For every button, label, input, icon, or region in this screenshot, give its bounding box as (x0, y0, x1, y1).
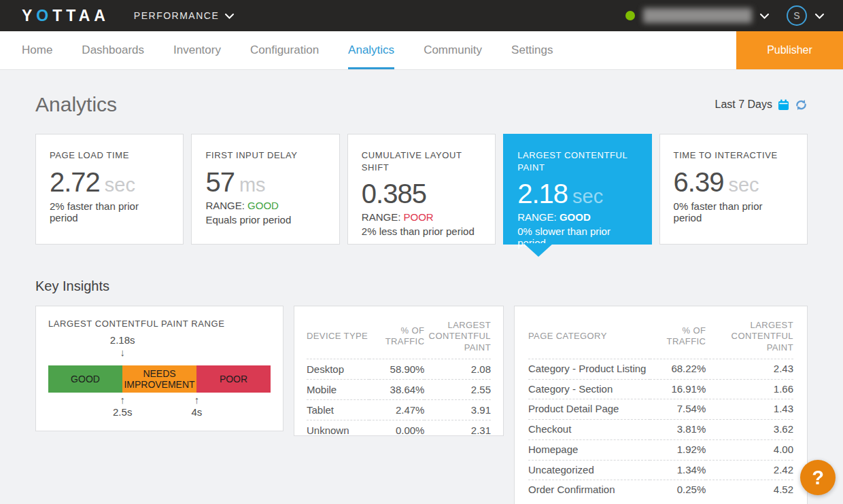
lcp-range-bar: GOOD NEEDS IMPROVEMENT POOR (48, 365, 271, 393)
chevron-down-icon (225, 10, 234, 21)
range-value: GOOD (560, 211, 591, 223)
cell-traffic: 3.81% (650, 420, 706, 440)
range-value: POOR (403, 211, 433, 223)
table-header-row: Device Type % of Traffic Largest Content… (307, 317, 491, 359)
nav-item-community[interactable]: Community (424, 31, 482, 69)
lcp-range-title: LARGEST CONTENTFUL PAINT RANGE (48, 319, 271, 329)
metric-unit: sec (572, 185, 603, 208)
chevron-down-icon[interactable] (760, 10, 769, 22)
nav-item-inventory[interactable]: Inventory (173, 31, 221, 69)
table-row: Unknown 0.00% 2.31 (307, 420, 491, 440)
cell-traffic: 68.22% (650, 359, 706, 379)
avatar[interactable]: S (787, 5, 807, 26)
cell-traffic: 16.91% (650, 379, 706, 399)
device-type-table: Device Type % of Traffic Largest Content… (307, 317, 491, 440)
column-header-traffic: % of Traffic (650, 317, 706, 359)
nav-item-configuration[interactable]: Configuration (250, 31, 319, 69)
threshold-label: 2.5s (113, 406, 132, 418)
chevron-down-icon[interactable] (815, 10, 824, 22)
table-row: Homepage 1.92% 4.00 (528, 439, 793, 460)
table-header-row: Page Category % of Traffic Largest Conte… (528, 317, 793, 359)
cell-lcp: 4.52 (706, 480, 793, 500)
range-label: RANGE: (517, 211, 557, 223)
marker-arrow-up-icon: ↑ (113, 394, 132, 406)
table-row: Desktop 58.90% 2.08 (307, 359, 491, 379)
nav-item-settings[interactable]: Settings (511, 31, 553, 69)
date-range-control[interactable]: Last 7 Days (715, 98, 808, 111)
cell-lcp: 2.42 (706, 460, 793, 480)
cell-lcp: 2.08 (424, 359, 491, 379)
key-insights-row: LARGEST CONTENTFUL PAINT RANGE 2.18s ↓ G… (35, 306, 808, 504)
threshold-label: 4s (192, 406, 203, 418)
product-menu-dropdown[interactable]: PERFORMANCE (134, 10, 234, 21)
nav-item-dashboards[interactable]: Dashboards (82, 31, 144, 69)
device-type-card: Device Type % of Traffic Largest Content… (294, 306, 504, 436)
metric-title: FIRST INPUT DELAY (205, 149, 325, 162)
range-label: RANGE: (205, 200, 245, 211)
nav-item-home[interactable]: Home (22, 31, 52, 69)
cell-lcp: 1.43 (706, 399, 793, 420)
metric-card-page-load-time[interactable]: PAGE LOAD TIME 2.72 sec 2% faster than p… (35, 134, 184, 245)
site-name-redacted (643, 8, 752, 23)
column-header-traffic: % of Traffic (369, 317, 424, 359)
cell-category: Order Confirmation (528, 480, 650, 500)
topbar: YOTTAA PERFORMANCE S (0, 0, 843, 31)
metric-value: 2.72 (50, 167, 100, 198)
cell-category: Homepage (528, 439, 650, 460)
cell-lcp: 2.43 (706, 359, 793, 379)
range-segment-poor: POOR (196, 365, 271, 393)
table-row: Product Detail Page 7.54% 1.43 (528, 399, 793, 420)
logo-text-accent: O (36, 7, 52, 24)
cell-traffic: 58.90% (369, 359, 424, 379)
metric-title: CUMULATIVE LAYOUT SHIFT (362, 149, 481, 173)
metric-change: 2% less than prior period (362, 226, 481, 237)
metric-card-time-to-interactive[interactable]: TIME TO INTERACTIVE 6.39 sec 0% faster t… (659, 134, 808, 245)
metric-value: 6.39 (674, 167, 724, 198)
cell-lcp: 2.31 (424, 420, 491, 440)
yottaa-logo[interactable]: YOTTAA (22, 7, 109, 25)
metric-card-first-input-delay[interactable]: FIRST INPUT DELAY 57 ms RANGE: GOOD Equa… (191, 134, 339, 245)
metric-unit: sec (728, 174, 759, 196)
page-title: Analytics (35, 93, 117, 116)
metric-value: 0.385 (362, 179, 426, 209)
cell-traffic: 1.34% (650, 460, 706, 480)
lcp-current-marker: 2.18s ↓ (48, 334, 271, 365)
cell-traffic: 7.54% (650, 399, 706, 420)
cell-traffic: 0.00% (369, 420, 424, 440)
refresh-icon[interactable] (795, 99, 808, 111)
marker-arrow-down-icon: ↓ (110, 346, 135, 359)
nav-item-analytics[interactable]: Analytics (348, 31, 394, 69)
cell-lcp: 2.55 (424, 379, 491, 399)
table-row: Order Confirmation 0.25% 4.52 (528, 480, 793, 500)
cell-lcp: 3.91 (424, 399, 491, 420)
publisher-button[interactable]: Publisher (736, 31, 843, 69)
cell-traffic: 38.64% (369, 379, 424, 399)
cell-device: Tablet (307, 399, 369, 420)
column-header-page-category: Page Category (528, 317, 650, 359)
metric-title: TIME TO INTERACTIVE (674, 149, 793, 162)
metric-change: Equals prior period (205, 214, 325, 226)
cell-device: Unknown (307, 420, 369, 440)
page-header: Analytics Last 7 Days (35, 93, 808, 116)
metric-card-cumulative-layout-shift[interactable]: CUMULATIVE LAYOUT SHIFT 0.385 RANGE: POO… (347, 134, 496, 245)
nav-items: Home Dashboards Inventory Configuration … (22, 31, 553, 69)
column-header-lcp: Largest Contentful Paint (706, 317, 793, 359)
table-row: Category - Product Listing 68.22% 2.43 (528, 359, 793, 379)
range-segment-good: GOOD (48, 365, 122, 393)
range-value: GOOD (247, 200, 279, 211)
metric-card-largest-contentful-paint[interactable]: LARGEST CONTENTFUL PAINT 2.18 sec RANGE:… (503, 134, 651, 245)
calendar-icon[interactable] (778, 99, 789, 111)
metric-change: 0% faster than prior period (674, 200, 793, 223)
cell-category: Category - Section (528, 379, 650, 399)
cell-lcp: 1.66 (706, 379, 793, 399)
metric-range: RANGE: GOOD (517, 211, 637, 223)
help-button[interactable]: ? (800, 460, 836, 495)
cell-category: Product Detail Page (528, 399, 650, 420)
range-label: RANGE: (362, 211, 401, 223)
cell-category: Uncategorized (528, 460, 650, 480)
metric-unit: ms (239, 174, 266, 196)
cell-traffic: 2.47% (369, 399, 424, 420)
column-header-lcp: Largest Contentful Paint (424, 317, 491, 359)
logo-text: TTAA (52, 7, 109, 24)
cell-traffic: 1.92% (650, 439, 706, 460)
